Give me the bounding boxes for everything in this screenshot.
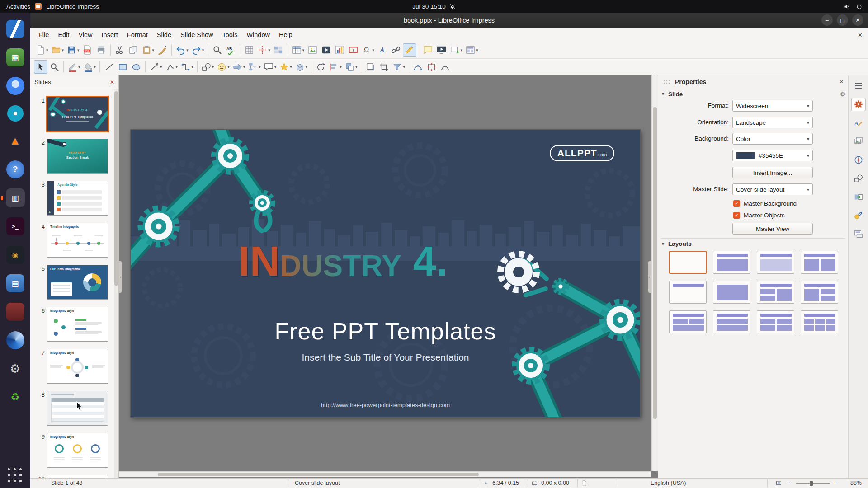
master-slide-select[interactable]: Cover slide layout▾ bbox=[732, 183, 813, 195]
dock-libreoffice-writer[interactable]: ▤ bbox=[6, 274, 24, 292]
tab-properties[interactable] bbox=[851, 98, 866, 111]
dock-blue-swirl-app[interactable] bbox=[6, 331, 24, 349]
connectors-tool[interactable] bbox=[179, 60, 195, 74]
menu-slide-show[interactable]: Slide Show bbox=[176, 29, 218, 40]
layout-title-2content-content[interactable] bbox=[757, 281, 794, 304]
insert-special-character-button[interactable] bbox=[360, 43, 376, 57]
object-size[interactable]: 0.00 x 0.00 bbox=[541, 480, 569, 486]
dock-libreoffice-impress[interactable]: ▥ bbox=[6, 189, 24, 207]
fill-color-button[interactable] bbox=[82, 60, 98, 74]
new-document-button[interactable] bbox=[34, 43, 50, 57]
window-titlebar[interactable]: book.pptx - LibreOffice Impress – ▢ ✕ bbox=[30, 13, 868, 28]
panel-splitter-right[interactable]: ▸ bbox=[648, 261, 651, 293]
insert-image-button[interactable]: Insert Image... bbox=[732, 167, 813, 178]
align-objects-button[interactable] bbox=[327, 60, 343, 74]
insert-hyperlink-button[interactable] bbox=[389, 43, 403, 57]
arrange-button[interactable] bbox=[343, 60, 359, 74]
slide-thumbnail-5[interactable]: 5 Our Team Infographic bbox=[47, 265, 108, 299]
dock-chromium[interactable] bbox=[6, 77, 24, 95]
snap-guides-button[interactable] bbox=[256, 43, 272, 57]
to-curve-button[interactable] bbox=[439, 60, 452, 74]
menu-file[interactable]: File bbox=[34, 29, 53, 40]
slide-subtitle[interactable]: Insert the Sub Title of Your Presentatio… bbox=[131, 352, 640, 363]
slide-9-preview[interactable]: Infographic Style bbox=[47, 433, 108, 467]
cut-button[interactable] bbox=[113, 43, 127, 57]
menu-edit[interactable]: Edit bbox=[53, 29, 74, 40]
fit-slide-icon[interactable] bbox=[775, 480, 782, 487]
layout-title-two-content[interactable] bbox=[801, 251, 838, 274]
panel-grip[interactable] bbox=[663, 79, 671, 84]
rectangle-tool[interactable] bbox=[116, 60, 129, 74]
panel-splitter-left[interactable]: ◂ bbox=[119, 261, 122, 293]
slide-7-preview[interactable]: Infographic Style bbox=[47, 349, 108, 383]
slide-hyperlink[interactable]: http://www.free-powerpoint-templates-des… bbox=[131, 402, 640, 408]
start-slideshow-button[interactable] bbox=[435, 43, 448, 57]
slide-8-preview[interactable] bbox=[47, 391, 108, 425]
tab-navigator[interactable] bbox=[851, 153, 866, 167]
show-draw-functions-button[interactable] bbox=[403, 43, 416, 57]
tab-animation[interactable] bbox=[851, 209, 866, 222]
layout-title-only[interactable] bbox=[669, 281, 707, 304]
dock-settings[interactable]: ⚙ bbox=[6, 360, 24, 378]
display-grid-button[interactable] bbox=[242, 43, 256, 57]
dock-terminal[interactable]: >_ bbox=[6, 217, 24, 235]
menu-slide[interactable]: Slide bbox=[152, 29, 176, 40]
format-select[interactable]: Widescreen▾ bbox=[732, 100, 813, 112]
block-arrows-tool[interactable] bbox=[231, 60, 247, 74]
dock-libreoffice-calc[interactable]: ▦ bbox=[6, 48, 24, 66]
maximize-button[interactable]: ▢ bbox=[837, 14, 848, 26]
insert-chart-button[interactable] bbox=[333, 43, 346, 57]
layout-title-4content[interactable] bbox=[757, 310, 794, 333]
vertical-scrollbar[interactable] bbox=[651, 75, 658, 471]
print-button[interactable] bbox=[94, 43, 108, 57]
layout-blank[interactable] bbox=[669, 251, 707, 274]
slide-1-preview[interactable]: INDUSTRY 4. Free PPT Templates bbox=[47, 97, 108, 131]
slide-3-preview[interactable]: 4. Agenda Style bbox=[47, 181, 108, 215]
menu-insert[interactable]: Insert bbox=[97, 29, 123, 40]
layouts-section-header[interactable]: ▼ Layouts bbox=[661, 238, 845, 248]
symbol-shapes-tool[interactable] bbox=[215, 60, 231, 74]
clone-formatting-button[interactable] bbox=[156, 43, 169, 57]
layout-title-content-over-content[interactable] bbox=[713, 310, 750, 333]
activities-button[interactable]: Activities bbox=[6, 3, 30, 10]
redo-button[interactable] bbox=[190, 43, 206, 57]
crop-image-button[interactable] bbox=[377, 60, 391, 74]
slide-thumbnail-8[interactable]: 8 bbox=[47, 391, 108, 425]
close-document-icon[interactable]: ✕ bbox=[858, 32, 863, 38]
copy-button[interactable] bbox=[127, 43, 140, 57]
ellipse-tool[interactable] bbox=[129, 60, 143, 74]
language-selector[interactable]: English (USA) bbox=[651, 480, 686, 486]
find-replace-button[interactable] bbox=[210, 43, 224, 57]
menu-window[interactable]: Window bbox=[242, 29, 274, 40]
master-objects-checkbox[interactable]: ✓ Master Objects bbox=[733, 211, 785, 219]
dock-vlc[interactable]: ▲ bbox=[6, 132, 24, 150]
layout-title-content-2content[interactable] bbox=[801, 281, 838, 304]
dock-dark-red-app[interactable] bbox=[6, 303, 24, 321]
tab-master-slides[interactable] bbox=[851, 227, 866, 241]
new-slide-button[interactable] bbox=[448, 43, 464, 57]
slide-thumbnail-9[interactable]: 9 Infographic Style bbox=[47, 433, 108, 467]
menu-format[interactable]: Format bbox=[123, 29, 152, 40]
dock-vscode[interactable] bbox=[6, 20, 24, 38]
insert-fontwork-button[interactable] bbox=[376, 43, 389, 57]
horizontal-scrollbar[interactable] bbox=[119, 471, 651, 477]
paste-button[interactable] bbox=[140, 43, 156, 57]
layout-title-content[interactable] bbox=[713, 251, 750, 274]
slide-title[interactable]: INDUSTRY 4. bbox=[238, 243, 448, 280]
slide-layout-button[interactable] bbox=[464, 43, 480, 57]
slide-section-header[interactable]: ▼ Slide ⚙ bbox=[661, 89, 845, 99]
slide-thumbnail-1[interactable]: 1 INDUSTRY 4. Free PPT Templates bbox=[47, 97, 108, 131]
zoom-slider[interactable] bbox=[796, 483, 830, 484]
basic-shapes-tool[interactable] bbox=[200, 60, 216, 74]
zoom-tool[interactable] bbox=[47, 60, 61, 74]
layout-centered-text[interactable] bbox=[713, 281, 750, 304]
layout-title-2content-over-content[interactable] bbox=[669, 310, 707, 333]
slide-thumbnail-3[interactable]: 3 4. Agenda Style bbox=[47, 181, 108, 215]
slide-thumbnail-7[interactable]: 7 Infographic Style bbox=[47, 349, 108, 383]
3d-objects-tool[interactable] bbox=[293, 60, 309, 74]
insert-media-button[interactable] bbox=[319, 43, 333, 57]
close-button[interactable]: ✕ bbox=[852, 14, 863, 26]
tab-shapes[interactable] bbox=[851, 172, 866, 185]
slide-2-preview[interactable]: INDUSTRY Section Break bbox=[47, 139, 108, 173]
master-background-checkbox[interactable]: ✓ Master Background bbox=[733, 199, 797, 207]
